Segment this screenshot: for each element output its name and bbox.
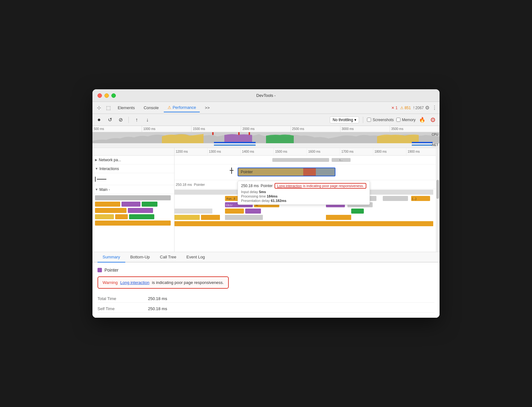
tab-call-tree[interactable]: Call Tree <box>155 252 181 262</box>
svg-text:(...): (...) <box>412 197 417 200</box>
warning-icon: ⚠ <box>400 106 404 110</box>
error-badge[interactable]: ✕ 1 <box>391 106 398 110</box>
tooltip-label: Pointer <box>261 184 273 188</box>
reload-record-button[interactable]: ↺ <box>106 116 114 124</box>
flame-icon[interactable]: 🔥 <box>418 116 426 124</box>
info-badge[interactable]: ! 2067 <box>413 106 424 110</box>
tab-bar: ⊹ ⬚ Elements Console ⚠Performance >> ✕ 1… <box>92 102 440 114</box>
clear-button[interactable]: ⊘ <box>116 116 125 124</box>
main-row-label[interactable]: ▼ Main - <box>92 185 174 194</box>
svg-rect-36 <box>351 209 364 214</box>
summary-warning-link[interactable]: Long interaction <box>120 280 150 285</box>
screenshots-checkbox[interactable] <box>367 118 371 122</box>
settings-icon[interactable]: ⚙ <box>425 105 429 111</box>
svg-rect-39 <box>225 215 263 220</box>
svg-rect-13 <box>128 208 153 213</box>
tab-badges: ✕ 1 ⚠ 851 ! 2067 <box>391 106 424 110</box>
cursor-icon[interactable]: ⊹ <box>95 103 103 112</box>
tab-elements[interactable]: Elements <box>114 103 139 112</box>
self-time-value: 250.18 ms <box>148 306 167 311</box>
tooltip-header: 250.18 ms Pointer Long interaction is in… <box>241 183 366 189</box>
download-button[interactable]: ↓ <box>143 116 151 124</box>
settings-gear-button[interactable]: ⚙ <box>429 116 437 124</box>
more-icon[interactable]: ⋮ <box>432 105 437 111</box>
tooltip-warning-link[interactable]: Long interaction <box>277 184 302 188</box>
tab-more[interactable]: >> <box>201 103 213 112</box>
warning-tag: Warning <box>103 280 118 285</box>
tab-event-log[interactable]: Event Log <box>181 252 210 262</box>
tab-console[interactable]: Console <box>140 103 163 112</box>
window-title: DevTools - <box>256 93 275 98</box>
screenshots-label: Screenshots <box>373 118 394 122</box>
main-arrow-icon: ▼ <box>95 188 98 191</box>
interactions-label: Interactions <box>99 167 119 171</box>
screenshots-checkbox-label[interactable]: Screenshots <box>367 118 394 122</box>
bottom-tabs: Summary Bottom-Up Call Tree Event Log <box>92 252 440 262</box>
detail-ruler: 1200 ms 1300 ms 1400 ms 1500 ms 1600 ms … <box>174 148 440 156</box>
timeline-ruler: 500 ms 1000 ms 1500 ms 2000 ms 2500 ms 3… <box>92 126 440 132</box>
tick-1200: 1200 ms <box>174 148 208 155</box>
net-label: NET <box>432 143 438 147</box>
ruler-tick-2000: 2000 ms <box>241 126 291 132</box>
memory-checkbox[interactable] <box>396 118 400 122</box>
total-time-row: Total Time 250.18 ms <box>98 295 434 303</box>
toolbar-separator-1 <box>128 117 129 123</box>
tooltip-presentation-delay: Presentation delay 61.182ms <box>241 199 366 203</box>
network-row-label[interactable]: ▶ Network pa... <box>92 156 174 164</box>
tooltip-input-delay: Input delay 5ms <box>241 190 366 194</box>
devtools-window: DevTools - ⊹ ⬚ Elements Console ⚠Perform… <box>92 89 440 318</box>
chevron-down-icon: ▾ <box>354 118 356 122</box>
responsive-icon[interactable]: ⬚ <box>104 103 113 112</box>
title-bar: DevTools - <box>92 89 440 102</box>
record-button[interactable]: ● <box>95 116 103 124</box>
summary-warning-box: Warning Long interaction is indicating p… <box>98 276 229 289</box>
ruler-tick-1000: 1000 ms <box>142 126 192 132</box>
tooltip-box: 250.18 ms Pointer Long interaction is in… <box>238 181 370 205</box>
memory-label: Memory <box>402 118 416 122</box>
network-arrow-icon: ▶ <box>95 158 98 162</box>
right-timeline[interactable]: 1200 ms 1300 ms 1400 ms 1500 ms 1600 ms … <box>174 148 440 252</box>
pointer-interaction-bar[interactable]: Pointer <box>238 168 335 176</box>
interaction-time-display: 250.18 ms <box>176 183 192 186</box>
close-button[interactable] <box>98 93 102 98</box>
summary-content: Pointer Warning Long interaction is indi… <box>92 262 440 318</box>
total-time-label: Total Time <box>98 296 135 301</box>
warning-badge[interactable]: ⚠ 851 <box>400 106 411 110</box>
tick-1900: 1900 ms <box>406 148 440 155</box>
scrollbar-thumb[interactable] <box>436 180 439 199</box>
interactions-arrow-icon: ▼ <box>95 167 98 170</box>
svg-rect-7 <box>412 145 433 146</box>
scrollbar-track[interactable] <box>436 148 440 252</box>
cpu-chart: CPU <box>92 132 440 143</box>
left-labels: ▶ Network pa... ▼ Interactions ▼ Main - <box>92 148 174 252</box>
devtools-container: ⊹ ⬚ Elements Console ⚠Performance >> ✕ 1… <box>92 102 440 318</box>
tooltip-warning-box: Long interaction is indicating poor page… <box>275 183 366 189</box>
svg-text:t.b.t.r: t.b.t.r <box>226 204 233 207</box>
interactions-row-label[interactable]: ▼ Interactions <box>92 164 174 173</box>
net-bar: NET <box>92 143 440 148</box>
svg-rect-41 <box>174 221 433 226</box>
tab-bottom-up[interactable]: Bottom-Up <box>125 252 155 262</box>
pointer-red-section <box>303 168 316 176</box>
maximize-button[interactable] <box>111 93 116 98</box>
timeline-overview[interactable]: 500 ms 1000 ms 1500 ms 2000 ms 2500 ms 3… <box>92 126 440 148</box>
svg-rect-38 <box>201 215 220 220</box>
memory-checkbox-label[interactable]: Memory <box>396 118 416 122</box>
tick-1800: 1800 ms <box>373 148 406 155</box>
tooltip-input-delay-value: 5ms <box>259 190 266 194</box>
cpu-throttle-dropdown[interactable]: No throttling ▾ <box>330 116 359 123</box>
summary-warning-text: is indicating poor page responsiveness. <box>152 280 224 285</box>
tooltip-presentation-delay-value: 61.182ms <box>271 199 287 203</box>
upload-button[interactable]: ↑ <box>133 116 141 124</box>
svg-rect-15 <box>115 214 128 219</box>
tab-performance[interactable]: ⚠Performance <box>164 103 200 112</box>
bottom-section: Summary Bottom-Up Call Tree Event Log Po… <box>92 252 440 318</box>
ruler-tick-1500: 1500 ms <box>192 126 241 132</box>
self-time-row: Self Time 250.18 ms <box>98 305 434 313</box>
tooltip-processing-time: Processing time 184ms <box>241 194 366 198</box>
interaction-pointer-label: Pointer <box>194 183 205 186</box>
info-icon: ! <box>413 106 414 110</box>
tab-summary[interactable]: Summary <box>98 252 125 262</box>
total-time-value: 250.18 ms <box>148 296 167 301</box>
minimize-button[interactable] <box>104 93 109 98</box>
